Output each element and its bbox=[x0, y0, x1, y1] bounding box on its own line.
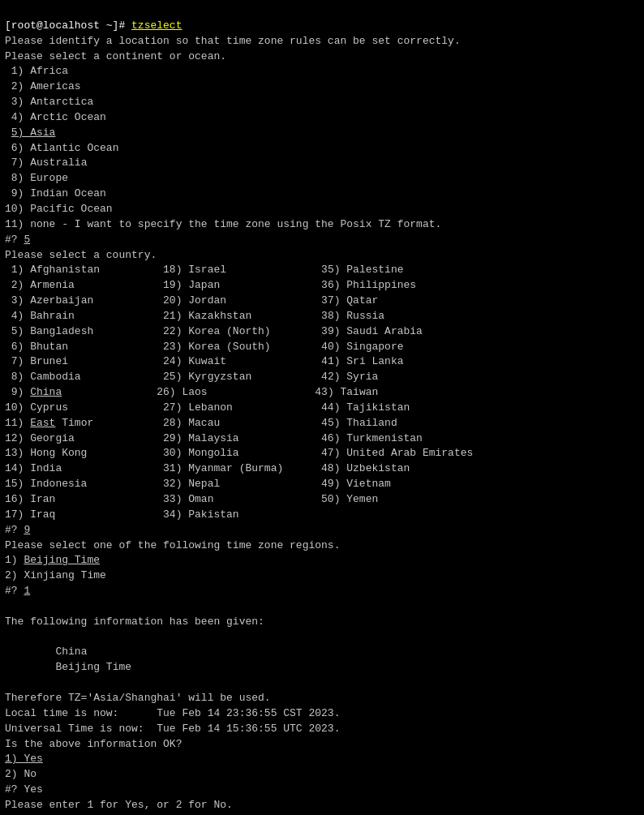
country-row-2: 2) Armenia 19) Japan 36) Philippines bbox=[5, 279, 416, 291]
country-row-16: 16) Iran 33) Oman 50) Yemen bbox=[5, 493, 378, 505]
tz-result: Therefore TZ='Asia/Shanghai' will be use… bbox=[5, 692, 271, 704]
confirm-no: 2) No bbox=[5, 768, 36, 780]
enter-prompt: Please enter 1 for Yes, or 2 for No. bbox=[5, 799, 233, 811]
info-header: The following information has been given… bbox=[5, 616, 264, 628]
line-12: 10) Pacific Ocean bbox=[5, 203, 113, 215]
line-9: 7) Australia bbox=[5, 157, 87, 169]
country-row-3: 3) Azerbaijan 20) Jordan 37) Qatar bbox=[5, 294, 378, 307]
line-4: 2) Americas bbox=[5, 80, 81, 92]
country-row-4: 4) Bahrain 21) Kazakhstan 38) Russia bbox=[5, 310, 384, 322]
country-row-12: 12) Georgia 29) Malaysia 46) Turkmenista… bbox=[5, 432, 423, 444]
prompt: [root@localhost ~]# bbox=[5, 19, 131, 32]
line-7: 5) Asia bbox=[5, 127, 55, 139]
line-2: Please select a continent or ocean. bbox=[5, 50, 226, 62]
country-header: Please select a country. bbox=[5, 249, 157, 261]
line-8: 6) Atlantic Ocean bbox=[5, 142, 118, 154]
local-time: Local time is now: Tue Feb 14 23:36:55 C… bbox=[5, 707, 340, 719]
timezone-1: 1) Beijing Time bbox=[5, 554, 100, 566]
country-row-9: 9) China 26) Laos 43) Taiwan bbox=[5, 386, 378, 398]
input-3: #? 1 bbox=[5, 585, 30, 597]
utc-time: Universal Time is now: Tue Feb 14 15:36:… bbox=[5, 723, 340, 735]
country-row-7: 7) Brunei 24) Kuwait 41) Sri Lanka bbox=[5, 355, 404, 367]
country-row-17: 17) Iraq 34) Pakistan bbox=[5, 508, 239, 521]
input-2: #? 9 bbox=[5, 524, 30, 536]
terminal-window: [root@localhost ~]# tzselect Please iden… bbox=[0, 0, 644, 815]
line-11: 9) Indian Ocean bbox=[5, 187, 106, 199]
info-tz: Beijing Time bbox=[5, 661, 131, 673]
input-1: #? 5 bbox=[5, 234, 30, 246]
country-row-1: 1) Afghanistan 18) Israel 35) Palestine bbox=[5, 264, 404, 276]
timezone-header: Please select one of the following time … bbox=[5, 539, 340, 551]
line-10: 8) Europe bbox=[5, 172, 68, 184]
timezone-2: 2) Xinjiang Time bbox=[5, 569, 106, 581]
confirm-yes: 1) Yes bbox=[5, 753, 43, 765]
country-row-13: 13) Hong Kong 30) Mongolia 47) United Ar… bbox=[5, 447, 473, 459]
line-5: 3) Antarctica bbox=[5, 96, 93, 108]
country-row-8: 8) Cambodia 25) Kyrgyzstan 42) Syria bbox=[5, 371, 378, 383]
info-country: China bbox=[5, 646, 87, 658]
line-3: 1) Africa bbox=[5, 65, 68, 77]
line-6: 4) Arctic Ocean bbox=[5, 111, 106, 123]
country-row-11: 11) East Timor 28) Macau 45) Thailand bbox=[5, 417, 397, 429]
line-1: Please identify a location so that time … bbox=[5, 35, 461, 47]
country-row-15: 15) Indonesia 32) Nepal 49) Vietnam bbox=[5, 478, 391, 490]
country-row-10: 10) Cyprus 27) Lebanon 44) Tajikistan bbox=[5, 401, 410, 414]
command: tzselect bbox=[131, 19, 182, 32]
confirm-header: Is the above information OK? bbox=[5, 738, 182, 750]
line-13: 11) none - I want to specify the time zo… bbox=[5, 218, 441, 230]
country-row-6: 6) Bhutan 23) Korea (South) 40) Singapor… bbox=[5, 341, 404, 353]
input-4: #? Yes bbox=[5, 783, 43, 796]
country-row-14: 14) India 31) Myanmar (Burma) 48) Uzbeki… bbox=[5, 462, 410, 474]
country-row-5: 5) Bangladesh 22) Korea (North) 39) Saud… bbox=[5, 325, 423, 337]
